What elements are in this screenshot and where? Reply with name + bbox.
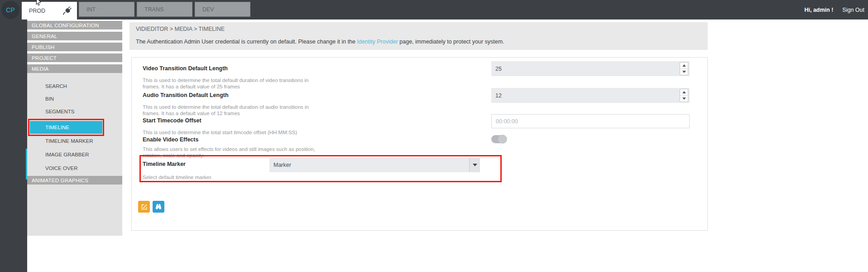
enable-video-effects-toggle[interactable] <box>491 135 507 143</box>
sidebar-item-voice-over[interactable]: VOICE OVER <box>27 163 122 174</box>
toggle-knob <box>498 135 507 144</box>
start-timecode-offset-description: This is used to determine the total star… <box>143 129 342 136</box>
icon-rail <box>0 19 27 272</box>
spinner-down-icon[interactable] <box>680 96 688 102</box>
start-timecode-offset-input[interactable] <box>491 114 690 128</box>
audio-transition-length-input[interactable]: 12 <box>491 88 690 103</box>
sidebar-item-timeline-marker[interactable]: TIMELINE MARKER <box>27 136 122 146</box>
pencil-edit-icon <box>141 204 148 210</box>
sidebar-item-bin[interactable]: BIN <box>27 93 122 104</box>
spinner-up-icon[interactable] <box>680 89 688 96</box>
start-timecode-offset-label: Start Timecode Offset <box>143 117 201 124</box>
save-edit-button[interactable] <box>138 201 150 213</box>
timeline-marker-description: Select default timeline marker. <box>143 174 324 180</box>
breadcrumb: VIDIEDITOR > MEDIA > TIMELINE <box>136 26 225 32</box>
sidebar-item-segments[interactable]: SEGMENTS <box>27 106 122 117</box>
sidebar-item-search[interactable]: SEARCH <box>27 81 122 92</box>
audio-transition-length-label: Audio Transition Default Length <box>143 92 229 98</box>
sidebar-header-project[interactable]: PROJECT <box>27 53 122 62</box>
video-transition-length-input[interactable]: 25 <box>491 61 690 76</box>
tab-dev-label: DEV <box>202 6 214 13</box>
audio-transition-length-description: This is used to determine the total defa… <box>143 104 324 117</box>
spinner-up-icon[interactable] <box>680 63 688 69</box>
sidebar-header-general[interactable]: GENERAL <box>27 32 122 40</box>
sidebar-item-timeline[interactable]: TIMELINE <box>30 121 102 134</box>
app-logo[interactable]: CP <box>1 1 19 19</box>
timeline-marker-label: Timeline Marker <box>143 161 186 167</box>
user-greeting: Hi, admin ! <box>804 7 833 13</box>
chevron-down-icon[interactable] <box>469 158 480 172</box>
tab-int[interactable]: INT <box>79 2 134 17</box>
video-transition-length-value: 25 <box>495 66 502 72</box>
tab-prod-label: PROD <box>29 8 45 14</box>
video-transition-length-description: This is used to determine the total defa… <box>143 77 324 90</box>
sidebar-header-animated-graphics[interactable]: ANIMATED GRAPHICS <box>27 176 122 185</box>
active-rail-indicator <box>26 149 27 180</box>
tab-dev[interactable]: DEV <box>195 2 250 17</box>
enable-video-effects-label: Enable Video Effects <box>143 136 198 143</box>
tab-int-label: INT <box>86 6 96 13</box>
tab-trans-label: TRANS <box>144 6 163 13</box>
enable-video-effects-description: This allows users to set effects for vid… <box>143 146 324 159</box>
binoculars-icon <box>155 203 162 210</box>
tab-prod[interactable]: PROD <box>22 2 77 19</box>
warning-message: The Authentication Admin User credential… <box>136 39 504 45</box>
audio-transition-length-value: 12 <box>495 92 502 99</box>
sidebar-item-image-grabber[interactable]: IMAGE GRABBER <box>27 149 122 160</box>
video-transition-length-label: Video Transition Default Length <box>143 65 228 72</box>
timeline-marker-selected-value: Marker <box>273 162 291 168</box>
sidebar-header-publish[interactable]: PUBLISH <box>27 43 122 51</box>
identity-provider-link[interactable]: Identity Provider <box>357 39 398 45</box>
find-button[interactable] <box>153 201 164 213</box>
timeline-marker-dropdown[interactable]: Marker <box>269 158 480 172</box>
warning-text-post: page, immediately to protect your system… <box>398 39 504 45</box>
warning-text-pre: The Authentication Admin User credential… <box>136 39 357 45</box>
user-area: Hi, admin ! Sign Out <box>804 0 864 19</box>
sidebar-header-media[interactable]: MEDIA <box>27 64 122 73</box>
spinner-down-icon[interactable] <box>680 69 688 75</box>
sign-out-link[interactable]: Sign Out <box>842 7 864 13</box>
audio-transition-length-spinner[interactable] <box>680 89 688 102</box>
tab-trans[interactable]: TRANS <box>137 2 192 17</box>
mouse-cursor-icon <box>36 0 42 5</box>
video-transition-length-spinner[interactable] <box>680 62 688 75</box>
sidebar-header-global-configuration[interactable]: GLOBAL CONFIGURATION <box>27 21 122 29</box>
plug-icon <box>63 6 72 15</box>
